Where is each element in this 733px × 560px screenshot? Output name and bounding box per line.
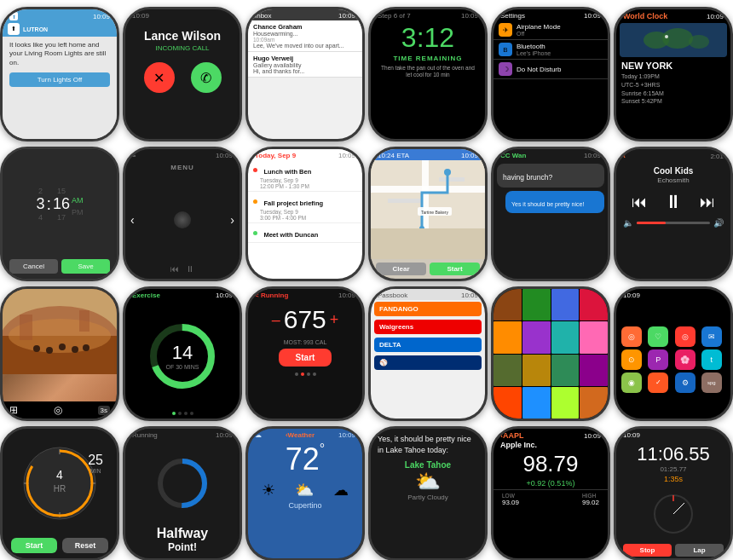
lap-button[interactable]: Lap xyxy=(675,544,724,557)
prev-track-icon[interactable]: ⏮ xyxy=(632,193,647,211)
bluetooth-label: Bluetooth xyxy=(517,43,551,50)
content-1: It looks like you left home and your Liv… xyxy=(3,37,117,139)
low-value: 93.09 xyxy=(502,499,519,506)
turn-lights-off-button[interactable]: Turn Lights Off xyxy=(9,72,110,87)
activity-ring-area: 14 OF 30 MINS xyxy=(125,300,240,412)
save-button[interactable]: Save xyxy=(61,259,110,274)
start-run-button[interactable]: Start xyxy=(279,349,332,367)
decline-button[interactable]: ✕ xyxy=(144,62,175,93)
app-maps[interactable]: ◎ xyxy=(675,326,695,347)
photo-thumb-2[interactable] xyxy=(522,289,551,320)
dot-2 xyxy=(184,412,188,415)
app-clock[interactable]: ⊙ xyxy=(621,349,642,370)
photo-thumb-13[interactable] xyxy=(493,387,522,419)
rewind-icon[interactable]: ⏮ xyxy=(170,264,179,274)
photo-thumb-7[interactable] xyxy=(551,321,580,353)
time-14: 10:09 xyxy=(216,292,233,299)
subject-1: Housewarming... xyxy=(253,31,357,37)
watch-photos: ⊞ ◎ 3s xyxy=(0,286,119,421)
time-6: 10:09 xyxy=(707,13,724,20)
photo-thumb-16[interactable] xyxy=(580,387,608,419)
gallery-icon[interactable]: ⊞ xyxy=(9,404,18,416)
period-col[interactable]: AM PM xyxy=(72,196,84,216)
event-2[interactable]: Fall project briefing Tuesday, Sep 93:00… xyxy=(248,192,362,223)
delta-card[interactable]: DELTA xyxy=(374,338,482,352)
walgreens-card[interactable]: Walgreens xyxy=(374,320,482,334)
company-name: Apple Inc. xyxy=(493,441,608,449)
exercise-sub: OF 30 MINS xyxy=(166,364,199,370)
stop-button[interactable]: Stop xyxy=(623,544,672,557)
photo-thumb-12[interactable] xyxy=(580,355,608,386)
accept-button[interactable]: ✆ xyxy=(191,62,222,93)
sun-icon: ☀ xyxy=(262,481,275,499)
start-button[interactable]: Start xyxy=(430,263,480,275)
delta-name: DELTA xyxy=(379,341,476,349)
photo-thumb-5[interactable] xyxy=(493,321,522,353)
mlb-card[interactable]: ⚾ xyxy=(374,355,482,370)
min-prev: 15 xyxy=(57,187,66,195)
photo-thumb-15[interactable] xyxy=(551,387,580,419)
message-item-1[interactable]: Chance Graham Housewarming... 10:09am Le… xyxy=(248,20,362,52)
app-activity[interactable]: ◎ xyxy=(621,326,642,347)
condition-label: Partly Cloudy xyxy=(371,494,485,505)
photo-thumb-3[interactable] xyxy=(551,289,580,320)
exercise-label: Exercise xyxy=(132,292,160,299)
app-messages[interactable]: ✉ xyxy=(701,326,722,347)
time-23: 10:09 xyxy=(584,432,601,440)
event-name-3: Meet with Duncan xyxy=(263,231,318,239)
am-label: AM xyxy=(72,196,84,205)
cancel-button[interactable]: Cancel xyxy=(9,259,58,274)
msg-time-1: 10:09am xyxy=(253,37,357,43)
stopwatch-svg: 4 HR xyxy=(13,439,107,524)
status-bar-20: Running 10:09 xyxy=(125,429,240,440)
app-grid: ◎ ♡ ◎ ✉ ⊙ P 🌸 t ◉ ✓ ⚙ spg xyxy=(616,300,730,419)
app-settings[interactable]: ⚙ xyxy=(675,372,695,393)
right-arrow-icon[interactable]: › xyxy=(230,213,234,227)
app-nike[interactable]: ✓ xyxy=(648,372,668,393)
app-fitness[interactable]: ◉ xyxy=(621,372,642,393)
app-spg[interactable]: spg xyxy=(701,372,722,393)
photo-thumb-11[interactable] xyxy=(551,355,580,386)
dnd-row[interactable]: ☽ Do Not Disturb xyxy=(493,60,608,79)
photo-thumb-10[interactable] xyxy=(522,355,551,386)
watch-passbook: Passbook 10:09 FANDANGO Walgreens DELTA … xyxy=(368,286,488,421)
city-sunrise: Sunrise 6:15AM xyxy=(616,89,730,98)
left-arrow-icon[interactable]: ‹ xyxy=(130,213,135,227)
app-passbook[interactable]: P xyxy=(648,349,668,370)
page-dots xyxy=(125,412,240,419)
fandango-card[interactable]: FANDANGO xyxy=(374,302,482,316)
pause-icon[interactable]: ⏸ xyxy=(664,191,683,213)
message-item-2[interactable]: Hugo Verweij Gallery availability Hi, an… xyxy=(248,52,362,78)
minutes-scroll[interactable]: 15 16 17 xyxy=(53,187,70,222)
watch-lutron: ⬆ 10:09 ⬆ LUTRON It looks like you left … xyxy=(0,7,119,141)
photo-thumb-6[interactable] xyxy=(522,321,551,353)
photo-thumb-14[interactable] xyxy=(522,387,551,419)
next-track-icon[interactable]: ⏭ xyxy=(700,193,715,211)
app-workout[interactable]: ♡ xyxy=(648,326,668,347)
app-photos[interactable]: 🌸 xyxy=(675,349,695,370)
time-remaining-label: TIME REMAINING xyxy=(371,55,485,62)
play-pause-icon[interactable]: ⏸ xyxy=(186,264,194,274)
reset-button[interactable]: Reset xyxy=(62,538,108,553)
photo-thumb-4[interactable] xyxy=(580,289,608,320)
event-1[interactable]: Lunch with Ben Tuesday, Sep 912:00 PM - … xyxy=(248,160,362,192)
photo-thumb-9[interactable] xyxy=(493,355,522,386)
airplane-mode-row[interactable]: ✈ Airplane Mode Off xyxy=(493,20,608,40)
hours-scroll[interactable]: 2 3 4 xyxy=(36,187,44,222)
event-3[interactable]: Meet with Duncan xyxy=(248,223,362,243)
app-twitter[interactable]: t xyxy=(701,349,722,370)
passbook-header: Passbook xyxy=(378,292,407,299)
svg-point-20 xyxy=(33,345,40,352)
time-4: 10:09 xyxy=(461,12,478,20)
photo-thumb-8[interactable] xyxy=(580,321,608,353)
start-button[interactable]: Start xyxy=(11,538,57,553)
timer-label[interactable]: 3s xyxy=(98,406,110,415)
volume-bar[interactable] xyxy=(637,222,710,224)
bluetooth-row[interactable]: B Bluetooth Lee's iPhone xyxy=(493,40,608,60)
shutter-icon[interactable]: ◎ xyxy=(54,404,62,416)
weather-emoji: ⛅ xyxy=(371,470,485,494)
running-ring xyxy=(125,440,240,526)
clear-button[interactable]: Clear xyxy=(376,263,426,275)
event-time-2: Tuesday, Sep 93:00 PM - 4:00 PM xyxy=(253,209,357,221)
photo-thumb-1[interactable] xyxy=(493,289,522,320)
